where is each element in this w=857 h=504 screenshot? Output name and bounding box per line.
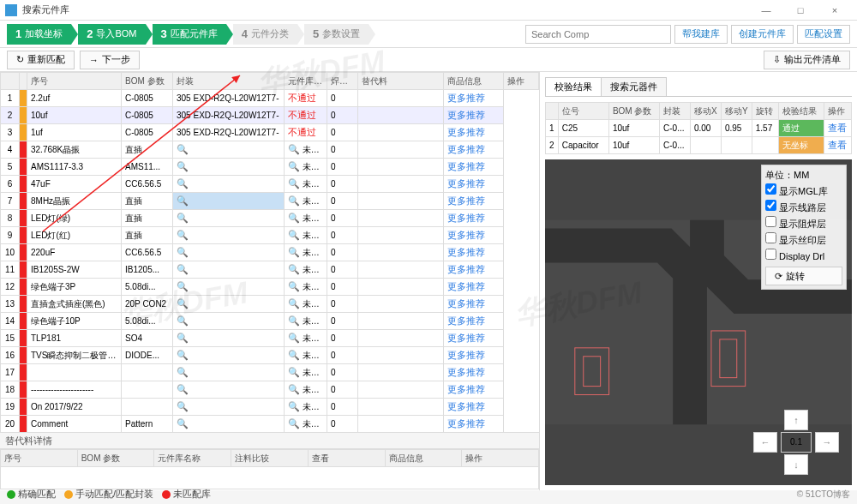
search-icon[interactable]: 🔍 [177,281,189,291]
nav-right[interactable]: → [815,432,839,453]
table-row[interactable]: 8LED灯(绿)直插🔍🔍 未匹配库0更多推荐 [1,210,539,227]
zoom-value[interactable]: 0.1 [781,432,812,453]
export-icon: ⇩ [773,54,781,65]
table-row[interactable]: 10220uFCC6.56.5🔍🔍 未匹配库0更多推荐 [1,244,539,261]
search-icon[interactable]: 🔍 [177,264,189,274]
next-button[interactable]: →下一步 [80,51,140,69]
sub-table: 序号BOM 参数元件库名称注料比较查看商品信息操作 [0,449,539,489]
more-link[interactable]: 更多推荐 [447,247,485,257]
search-icon[interactable]: 🔍 [177,367,189,377]
nav-down[interactable]: ↓ [784,454,808,475]
main-table: 序号BOM 参数封装元件库名称焊盘校验替代料商品信息操作 12.2ufC-080… [0,72,539,432]
table-row[interactable]: 78MHz晶振直插🔍🔍 未匹配库0更多推荐 [1,193,539,210]
maximize-button[interactable]: □ [783,5,818,15]
search-icon[interactable]: 🔍 [177,315,189,326]
more-link[interactable]: 更多推荐 [447,298,485,309]
table-row[interactable]: 14绿色端子10P5.08di...🔍🔍 未匹配库0更多推荐 [1,313,539,330]
app-icon [5,4,17,16]
main-table-container: 序号BOM 参数封装元件库名称焊盘校验替代料商品信息操作 12.2ufC-080… [0,72,539,432]
more-link[interactable]: 更多推荐 [447,230,485,240]
table-row[interactable]: 16TVS瞬态抑制二极管直插DIODE...🔍🔍 未匹配库0更多推荐 [1,347,539,364]
step-5[interactable]: 5参数设置 [304,24,369,45]
search-icon[interactable]: 🔍 [177,195,189,206]
more-link[interactable]: 更多推荐 [447,178,485,189]
search-input[interactable] [525,25,671,44]
more-link[interactable]: 更多推荐 [447,333,485,343]
more-link[interactable]: 更多推荐 [447,315,485,326]
step-4[interactable]: 4元件分类 [233,24,297,45]
more-link[interactable]: 更多推荐 [447,195,485,206]
search-icon[interactable]: 🔍 [177,247,189,257]
export-list-button[interactable]: ⇩输出元件清单 [764,51,850,69]
more-link[interactable]: 更多推荐 [447,281,485,291]
rotate-button[interactable]: ⟳ 旋转 [765,267,842,285]
rematch-button[interactable]: ↻重新匹配 [7,51,75,69]
nav-left[interactable]: ← [753,432,777,453]
right-tabs: 校验结果 搜索元器件 [545,77,852,97]
more-link[interactable]: 更多推荐 [447,384,485,394]
table-row[interactable]: 13直插盒式插座(黑色)20P CON2🔍🔍 未匹配库0更多推荐 [1,296,539,313]
step-2[interactable]: 2导入BOM [78,24,145,45]
table-row[interactable]: 18----------------------🔍🔍 未匹配库0更多推荐 [1,381,539,399]
search-icon[interactable]: 🔍 [177,178,189,189]
match-settings-button[interactable]: 匹配设置 [797,25,850,44]
view-link[interactable]: 查看 [828,123,847,133]
cb-trace[interactable]: 显示线路层 [765,200,842,214]
more-link[interactable]: 更多推荐 [447,367,485,377]
close-button[interactable]: × [818,5,852,15]
table-row[interactable]: 12.2ufC-0805305 EXD-R2Q-L20W12T7-不通过0更多推… [1,90,539,107]
table-row[interactable]: 12绿色端子3P5.08di...🔍🔍 未匹配库0更多推荐 [1,279,539,296]
search-icon[interactable]: 🔍 [177,384,189,394]
pcb-tools-panel: 单位：MM 显示MGL库 显示线路层 显示阻焊层 显示丝印层 Display D… [761,165,847,290]
table-row[interactable]: 20CommentPattern🔍🔍 未匹配库0更多推荐 [1,416,539,433]
table-row[interactable]: 432.768K晶振直插🔍🔍 未匹配库0更多推荐 [1,141,539,159]
action-toolbar: ↻重新匹配 →下一步 ⇩输出元件清单 [0,48,857,72]
cb-drl[interactable]: Display Drl [765,249,842,261]
table-row[interactable]: 19On 2017/9/22🔍🔍 未匹配库0更多推荐 [1,399,539,416]
table-row[interactable]: 9LED灯(红)直插🔍🔍 未匹配库0更多推荐 [1,227,539,244]
more-link[interactable]: 更多推荐 [447,350,485,360]
more-link[interactable]: 更多推荐 [447,110,485,120]
search-icon[interactable]: 🔍 [177,298,189,309]
more-link[interactable]: 更多推荐 [447,264,485,274]
search-icon[interactable]: 🔍 [177,418,189,429]
search-icon[interactable]: 🔍 [177,230,189,240]
more-link[interactable]: 更多推荐 [447,213,485,223]
step-1[interactable]: 1加载坐标 [7,24,71,45]
search-icon[interactable]: 🔍 [177,144,189,154]
tab-search-component[interactable]: 搜索元器件 [601,77,667,96]
table-row[interactable]: 17🔍🔍 未匹配库0更多推荐 [1,364,539,381]
cb-solder[interactable]: 显示阻焊层 [765,216,842,231]
more-link[interactable]: 更多推荐 [447,144,485,154]
step-3[interactable]: 3匹配元件库 [153,24,226,45]
search-icon[interactable]: 🔍 [177,401,189,411]
cb-mgl[interactable]: 显示MGL库 [765,183,842,198]
cb-silk[interactable]: 显示丝印层 [765,232,842,247]
create-lib-button[interactable]: 创建元件库 [731,25,794,44]
more-link[interactable]: 更多推荐 [447,401,485,411]
pcb-viewport[interactable]: 单位：MM 显示MGL库 显示线路层 显示阻焊层 显示丝印层 Display D… [545,159,852,485]
more-link[interactable]: 更多推荐 [447,127,485,137]
nav-up[interactable]: ↑ [784,410,808,430]
table-row[interactable]: 647uFCC6.56.5🔍🔍 未匹配库0更多推荐 [1,176,539,193]
table-row[interactable]: 31ufC-0805305 EXD-R2Q-L20W12T7-不通过0更多推荐 [1,124,539,141]
tab-verify-result[interactable]: 校验结果 [545,77,602,96]
table-row[interactable]: 11IB1205S-2WIB1205...🔍🔍 未匹配库0更多推荐 [1,261,539,279]
more-link[interactable]: 更多推荐 [447,418,485,429]
search-icon[interactable]: 🔍 [177,333,189,343]
window-title: 搜索元件库 [22,3,749,16]
more-link[interactable]: 更多推荐 [447,161,485,171]
verify-row[interactable]: 1C2510ufC-0...0.000.951.57通过查看 [546,120,852,137]
search-icon[interactable]: 🔍 [177,213,189,223]
search-icon[interactable]: 🔍 [177,350,189,360]
table-row[interactable]: 5AMS1117-3.3AMS11...🔍🔍 未匹配库0更多推荐 [1,159,539,176]
help-build-button[interactable]: 帮我建库 [674,25,728,44]
more-link[interactable]: 更多推荐 [447,93,485,103]
view-link[interactable]: 查看 [828,140,847,150]
attribution: © 51CTO博客 [797,489,850,501]
table-row[interactable]: 210ufC-0805305 EXD-R2Q-L20W12T7-不通过0更多推荐 [1,107,539,124]
table-row[interactable]: 15TLP181SO4🔍🔍 未匹配库0更多推荐 [1,330,539,347]
minimize-button[interactable]: — [749,5,783,15]
verify-row[interactable]: 2Capacitor10ufC-0...无坐标查看 [546,137,852,154]
search-icon[interactable]: 🔍 [177,161,189,171]
